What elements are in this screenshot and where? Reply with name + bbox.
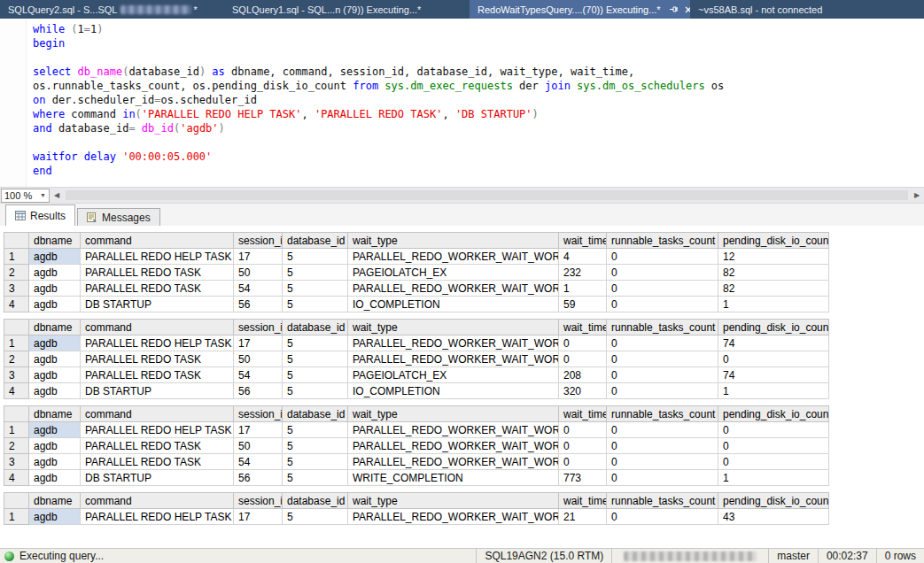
cell-session_id[interactable]: 50	[234, 265, 283, 281]
cell-pending_disk_io_count[interactable]: 0	[718, 351, 829, 367]
cell-session_id[interactable]: 50	[234, 438, 283, 454]
cell-session_id[interactable]: 54	[234, 367, 283, 383]
row-header[interactable]: 4	[4, 383, 29, 399]
column-header-wait_type[interactable]: wait_type	[348, 493, 559, 509]
column-header-wait_time[interactable]: wait_time	[559, 320, 607, 335]
cell-session_id[interactable]: 17	[234, 249, 283, 265]
scroll-left-icon[interactable]: ◀	[50, 191, 64, 199]
column-header-dbname[interactable]: dbname	[29, 320, 81, 335]
row-header[interactable]: 4	[4, 297, 29, 312]
row-header[interactable]: 2	[4, 265, 29, 281]
cell-runnable_tasks_count[interactable]: 0	[607, 438, 718, 454]
column-header-dbname[interactable]: dbname	[29, 493, 81, 509]
cell-database_id[interactable]: 5	[283, 422, 348, 438]
cell-wait_type[interactable]: IO_COMPLETION	[348, 383, 559, 399]
column-header-command[interactable]: command	[81, 233, 234, 249]
cell-runnable_tasks_count[interactable]: 0	[607, 249, 718, 265]
cell-wait_time[interactable]: 773	[559, 470, 607, 486]
row-header[interactable]: 1	[4, 335, 29, 351]
cell-wait_type[interactable]: WRITE_COMPLETION	[348, 470, 559, 486]
cell-database_id[interactable]: 5	[283, 367, 348, 383]
cell-database_id[interactable]: 5	[283, 438, 348, 454]
cell-pending_disk_io_count[interactable]: 82	[718, 281, 829, 297]
column-header-pending_disk_io_count[interactable]: pending_disk_io_count	[718, 493, 829, 509]
cell-dbname[interactable]: agdb	[29, 265, 81, 281]
cell-database_id[interactable]: 5	[283, 351, 348, 367]
cell-wait_time[interactable]: 0	[559, 454, 607, 470]
row-header[interactable]: 2	[4, 351, 29, 367]
column-header-wait_time[interactable]: wait_time	[559, 233, 607, 249]
cell-dbname[interactable]: agdb	[29, 297, 81, 312]
cell-wait_time[interactable]: 21	[559, 509, 607, 525]
cell-database_id[interactable]: 5	[283, 454, 348, 470]
cell-wait_time[interactable]: 1	[559, 281, 607, 297]
column-header-runnable_tasks_count[interactable]: runnable_tasks_count	[607, 233, 718, 249]
cell-wait_type[interactable]: PARALLEL_REDO_WORKER_WAIT_WORK	[348, 422, 559, 438]
cell-runnable_tasks_count[interactable]: 0	[607, 351, 718, 367]
cell-session_id[interactable]: 17	[234, 509, 283, 525]
column-header-wait_time[interactable]: wait_time	[559, 493, 607, 509]
hscrollbar-track[interactable]	[64, 188, 910, 203]
cell-dbname[interactable]: agdb	[29, 367, 81, 383]
code-area[interactable]: while (1=1)begin select db_name(database…	[27, 19, 724, 187]
scroll-right-icon[interactable]: ▶	[910, 191, 924, 199]
tab-redowaittypesquery-active[interactable]: RedoWaitTypesQuery....(70)) Executing...…	[470, 0, 690, 19]
cell-wait_time[interactable]: 0	[559, 438, 607, 454]
cell-pending_disk_io_count[interactable]: 74	[718, 367, 829, 383]
column-header-dbname[interactable]: dbname	[29, 406, 81, 422]
row-header[interactable]: 1	[4, 249, 29, 265]
tab-vs58ab[interactable]: ~vs58AB.sql - not connected	[690, 0, 838, 19]
cell-session_id[interactable]: 54	[234, 454, 283, 470]
cell-database_id[interactable]: 5	[283, 281, 348, 297]
column-header-runnable_tasks_count[interactable]: runnable_tasks_count	[607, 493, 718, 509]
cell-command[interactable]: PARALLEL REDO HELP TASK	[81, 509, 234, 525]
cell-pending_disk_io_count[interactable]: 0	[718, 454, 829, 470]
cell-command[interactable]: PARALLEL REDO TASK	[81, 454, 234, 470]
column-header-runnable_tasks_count[interactable]: runnable_tasks_count	[607, 406, 718, 422]
cell-pending_disk_io_count[interactable]: 1	[718, 297, 829, 312]
column-header-session_id[interactable]: session_id	[234, 233, 283, 249]
cell-command[interactable]: PARALLEL REDO TASK	[81, 281, 234, 297]
cell-command[interactable]: PARALLEL REDO TASK	[81, 438, 234, 454]
cell-wait_type[interactable]: PARALLEL_REDO_WORKER_WAIT_WORK	[348, 351, 559, 367]
cell-wait_time[interactable]: 0	[559, 335, 607, 351]
cell-runnable_tasks_count[interactable]: 0	[607, 509, 718, 525]
cell-wait_time[interactable]: 4	[559, 249, 607, 265]
cell-pending_disk_io_count[interactable]: 82	[718, 265, 829, 281]
column-header-command[interactable]: command	[81, 320, 234, 335]
cell-command[interactable]: PARALLEL REDO HELP TASK	[81, 249, 234, 265]
cell-pending_disk_io_count[interactable]: 0	[718, 438, 829, 454]
cell-runnable_tasks_count[interactable]: 0	[607, 367, 718, 383]
tab-sqlquery2[interactable]: SQLQuery2.sql - S...SQL *	[0, 0, 224, 19]
cell-session_id[interactable]: 17	[234, 422, 283, 438]
cell-session_id[interactable]: 17	[234, 335, 283, 351]
cell-database_id[interactable]: 5	[283, 335, 348, 351]
cell-pending_disk_io_count[interactable]: 43	[718, 509, 829, 525]
cell-runnable_tasks_count[interactable]: 0	[607, 335, 718, 351]
cell-database_id[interactable]: 5	[283, 297, 348, 312]
cell-wait_type[interactable]: PARALLEL_REDO_WORKER_WAIT_WORK	[348, 249, 559, 265]
cell-runnable_tasks_count[interactable]: 0	[607, 297, 718, 312]
column-header-dbname[interactable]: dbname	[29, 233, 81, 249]
tab-results[interactable]: Results	[5, 204, 75, 226]
cell-runnable_tasks_count[interactable]: 0	[607, 265, 718, 281]
column-header-database_id[interactable]: database_id	[283, 493, 348, 509]
cell-dbname[interactable]: agdb	[29, 454, 81, 470]
cell-database_id[interactable]: 5	[283, 383, 348, 399]
column-header-database_id[interactable]: database_id	[283, 320, 348, 335]
cell-database_id[interactable]: 5	[283, 265, 348, 281]
column-header-database_id[interactable]: database_id	[283, 406, 348, 422]
grid-corner[interactable]	[4, 233, 29, 249]
column-header-database_id[interactable]: database_id	[283, 233, 348, 249]
cell-pending_disk_io_count[interactable]: 1	[718, 383, 829, 399]
cell-dbname[interactable]: agdb	[29, 422, 81, 438]
column-header-wait_time[interactable]: wait_time	[559, 406, 607, 422]
cell-database_id[interactable]: 5	[283, 249, 348, 265]
column-header-wait_type[interactable]: wait_type	[348, 233, 559, 249]
cell-pending_disk_io_count[interactable]: 1	[718, 470, 829, 486]
cell-wait_type[interactable]: PARALLEL_REDO_WORKER_WAIT_WORK	[348, 454, 559, 470]
row-header[interactable]: 3	[4, 281, 29, 297]
cell-wait_time[interactable]: 0	[559, 422, 607, 438]
cell-wait_time[interactable]: 232	[559, 265, 607, 281]
pin-icon[interactable]	[670, 5, 678, 13]
